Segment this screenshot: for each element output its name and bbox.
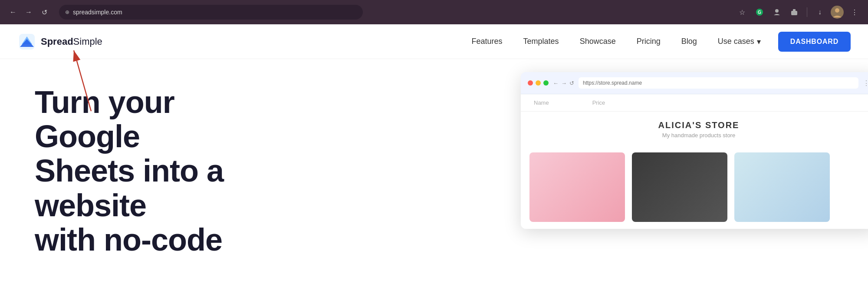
- store-name: ALICIA'S STORE: [521, 120, 868, 130]
- divider: [807, 7, 807, 17]
- preview-products: [521, 145, 868, 229]
- preview-back: ←: [553, 80, 559, 86]
- browser-nav-buttons: ← → ↺: [7, 6, 50, 18]
- nav-use-cases-label: Use cases: [718, 37, 754, 46]
- navbar: SpreadSimple Features Templates Showcase…: [0, 24, 868, 59]
- preview-store-header: ALICIA'S STORE My handmade products stor…: [521, 112, 868, 145]
- nav-templates[interactable]: Templates: [523, 37, 559, 46]
- user-avatar-button[interactable]: [831, 6, 844, 19]
- browser-chrome: ← → ↺ ⊕ spreadsimple.com ☆ G ↓: [0, 0, 868, 24]
- tl-green: [543, 80, 549, 86]
- nav-use-cases-dropdown[interactable]: Use cases ▾: [718, 37, 761, 46]
- preview-nav-buttons: ← → ↺: [553, 80, 574, 86]
- browser-preview: ← → ↺ https://store.spread.name ⋮ Name P…: [521, 72, 868, 229]
- address-icon: ⊕: [65, 9, 69, 15]
- grammarly-button[interactable]: G: [753, 6, 766, 19]
- download-button[interactable]: ↓: [813, 6, 826, 19]
- product-card-3: [734, 152, 830, 222]
- nav-links: Features Templates Showcase Pricing Blog…: [472, 37, 761, 46]
- dashboard-button[interactable]: DASHBOARD: [778, 32, 851, 52]
- url-text: spreadsimple.com: [73, 9, 122, 16]
- preview-table-header: Name Price: [521, 94, 868, 112]
- nav-pricing[interactable]: Pricing: [637, 37, 661, 46]
- product-card-2: [632, 152, 727, 222]
- svg-text:G: G: [758, 10, 761, 15]
- browser-actions: ☆ G ↓ ⋮: [736, 6, 861, 19]
- product-card-1: [529, 152, 625, 222]
- bookmark-button[interactable]: ☆: [736, 6, 749, 19]
- preview-chrome: ← → ↺ https://store.spread.name ⋮: [521, 72, 868, 94]
- logo-icon: [17, 32, 36, 51]
- extension-button[interactable]: [788, 6, 801, 19]
- preview-refresh: ↺: [569, 80, 574, 86]
- col-name-header: Name: [534, 99, 549, 106]
- nav-showcase[interactable]: Showcase: [580, 37, 616, 46]
- preview-address-bar: https://store.spread.name: [579, 77, 858, 89]
- traffic-lights: [528, 80, 549, 86]
- refresh-button[interactable]: ↺: [38, 6, 50, 18]
- website-content: SpreadSimple Features Templates Showcase…: [0, 24, 868, 257]
- preview-body: Name Price ALICIA'S STORE My handmade pr…: [521, 94, 868, 229]
- nav-blog[interactable]: Blog: [681, 37, 697, 46]
- hero-section: Turn your Google Sheets into a website w…: [0, 59, 868, 257]
- nav-features[interactable]: Features: [472, 37, 503, 46]
- preview-menu-icon: ⋮: [863, 79, 868, 87]
- svg-point-6: [835, 8, 839, 13]
- svg-rect-4: [793, 9, 796, 12]
- menu-button[interactable]: ⋮: [848, 6, 861, 19]
- chevron-down-icon: ▾: [757, 37, 761, 46]
- store-subtitle: My handmade products store: [521, 132, 868, 139]
- col-price-header: Price: [592, 99, 605, 106]
- profile-button[interactable]: [770, 6, 783, 19]
- hero-title: Turn your Google Sheets into a website w…: [35, 85, 286, 257]
- svg-point-2: [775, 9, 779, 13]
- address-bar[interactable]: ⊕ spreadsimple.com: [59, 5, 363, 20]
- tl-red: [528, 80, 533, 86]
- preview-forward: →: [561, 80, 567, 86]
- preview-url: https://store.spread.name: [583, 80, 642, 86]
- back-button[interactable]: ←: [7, 6, 19, 18]
- logo-link[interactable]: SpreadSimple: [17, 32, 102, 51]
- logo-text: SpreadSimple: [41, 36, 102, 47]
- forward-button[interactable]: →: [23, 6, 35, 18]
- tl-yellow: [536, 80, 541, 86]
- hero-text: Turn your Google Sheets into a website w…: [35, 85, 286, 257]
